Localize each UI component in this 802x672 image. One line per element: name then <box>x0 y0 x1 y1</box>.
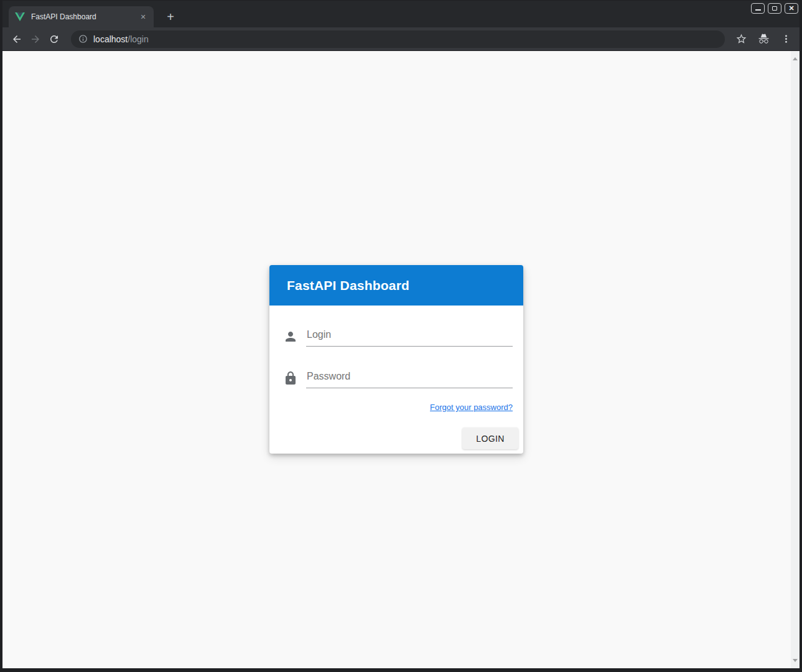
browser-window: FastAPI Dashboard ✕ + ✕ localhost/login <box>0 0 802 672</box>
tab-close-icon[interactable]: ✕ <box>138 11 149 22</box>
titlebar: FastAPI Dashboard ✕ + ✕ <box>2 1 800 27</box>
lock-icon <box>283 371 298 386</box>
site-info-icon <box>78 34 88 44</box>
page-content: FastAPI Dashboard Forgot your password? … <box>2 51 800 668</box>
reload-button[interactable] <box>45 30 63 49</box>
page-scrollbar[interactable] <box>791 51 800 668</box>
scroll-down-icon[interactable] <box>793 659 798 662</box>
star-icon <box>735 33 747 45</box>
url-text: localhost/login <box>93 34 149 44</box>
toolbar-right-icons <box>732 30 795 48</box>
login-field-row <box>283 329 513 347</box>
url-host: localhost <box>93 34 128 44</box>
forgot-password-link[interactable]: Forgot your password? <box>430 403 513 412</box>
password-input[interactable] <box>306 371 513 388</box>
kebab-menu-icon <box>780 33 792 45</box>
tab-title: FastAPI Dashboard <box>31 12 138 21</box>
close-button[interactable]: ✕ <box>785 3 798 14</box>
incognito-icon <box>758 33 770 45</box>
forward-arrow-icon <box>30 34 41 45</box>
maximize-icon <box>772 6 777 11</box>
window-controls: ✕ <box>751 3 798 14</box>
url-path: /login <box>128 34 148 44</box>
login-input[interactable] <box>306 329 513 347</box>
login-button-row: LOGIN <box>269 427 518 454</box>
maximize-button[interactable] <box>768 3 781 14</box>
minimize-button[interactable] <box>751 3 765 14</box>
scroll-up-icon[interactable] <box>793 57 798 60</box>
close-icon: ✕ <box>788 5 794 12</box>
forgot-password-row: Forgot your password? <box>269 401 513 413</box>
incognito-badge <box>755 30 772 48</box>
new-tab-button[interactable]: + <box>161 6 180 27</box>
back-button[interactable] <box>7 30 26 49</box>
login-button[interactable]: LOGIN <box>462 427 518 449</box>
back-arrow-icon <box>11 34 22 45</box>
browser-tab[interactable]: FastAPI Dashboard ✕ <box>9 6 154 27</box>
minimize-icon <box>755 9 761 11</box>
bookmark-star-button[interactable] <box>732 30 750 48</box>
address-bar[interactable]: localhost/login <box>71 30 725 48</box>
password-field-row <box>283 371 513 388</box>
login-card-header: FastAPI Dashboard <box>269 265 523 306</box>
login-card-title: FastAPI Dashboard <box>287 278 409 293</box>
vue-favicon-icon <box>15 12 25 22</box>
browser-menu-button[interactable] <box>777 30 795 48</box>
forward-button[interactable] <box>26 30 45 49</box>
person-icon <box>283 329 298 344</box>
login-card: FastAPI Dashboard Forgot your password? … <box>269 265 523 454</box>
browser-toolbar: localhost/login <box>2 27 800 51</box>
reload-icon <box>49 34 60 45</box>
